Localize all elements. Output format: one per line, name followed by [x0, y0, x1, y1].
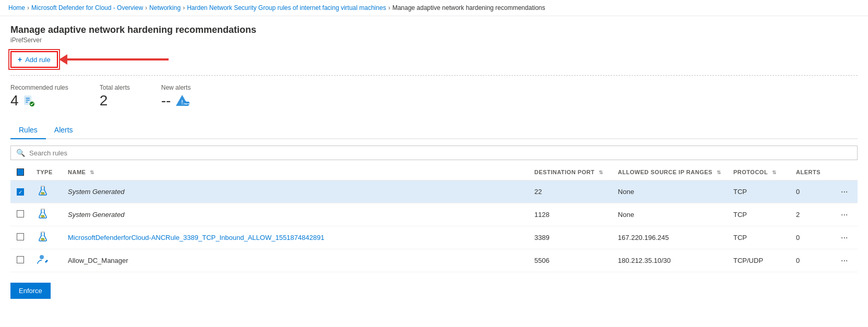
table-row: ✓ System Generated22NoneTCP0···: [10, 180, 858, 203]
more-actions-button[interactable]: ···: [838, 209, 851, 221]
source-ip-cell: None: [612, 180, 727, 203]
row-checkbox[interactable]: [17, 210, 24, 217]
col-header-source-ip[interactable]: ALLOWED SOURCE IP RANGES ⇅: [612, 164, 727, 180]
col-header-actions: [831, 164, 858, 180]
col-header-alerts: ALERTS: [790, 164, 831, 180]
col-header-type: TYPE: [30, 164, 62, 180]
svg-rect-10: [41, 186, 45, 187]
search-icon: 🔍: [16, 149, 25, 157]
name-sort-icon: ⇅: [90, 169, 94, 175]
type-cell: [30, 203, 62, 226]
svg-point-18: [43, 215, 44, 216]
breadcrumb-current: Manage adaptive network hardening recomm…: [393, 4, 545, 11]
alerts-cell: 0: [790, 249, 831, 272]
total-alerts-label: Total alerts: [100, 84, 130, 91]
row-checkbox[interactable]: [17, 256, 24, 263]
alerts-cell: 0: [790, 180, 831, 203]
col-header-dest-port[interactable]: DESTINATION PORT ⇅: [528, 164, 612, 180]
table-row: System Generated1128NoneTCP2···: [10, 203, 858, 226]
col-header-check: [10, 164, 30, 180]
name-cell: Allow_DC_Manager: [62, 249, 528, 272]
stats-row: Recommended rules 4 Total alerts 2: [10, 84, 858, 109]
new-alerts-value: --: [161, 92, 171, 109]
tab-rules[interactable]: Rules: [10, 122, 46, 139]
tab-alerts[interactable]: Alerts: [46, 122, 81, 139]
new-alerts-label: New alerts: [161, 84, 191, 91]
svg-point-14: [42, 193, 43, 195]
rule-name-link[interactable]: MicrosoftDefenderforCloud-ANCRule_3389_T…: [68, 234, 324, 241]
more-actions-button[interactable]: ···: [838, 186, 851, 198]
protocol-cell: TCP: [727, 226, 790, 249]
source-ip-cell: 167.220.196.245: [612, 226, 727, 249]
protocol-cell: TCP/UDP: [727, 249, 790, 272]
name-cell: System Generated: [62, 203, 528, 226]
breadcrumb: Home › Microsoft Defender for Cloud - Ov…: [0, 0, 868, 16]
protocol-cell: TCP: [727, 180, 790, 203]
name-cell[interactable]: MicrosoftDefenderforCloud-ANCRule_3389_T…: [62, 226, 528, 249]
page-title: Manage adaptive network hardening recomm…: [10, 25, 858, 35]
protocol-sort-icon: ⇅: [772, 169, 777, 175]
stat-total-alerts: Total alerts 2: [100, 84, 130, 109]
svg-text:!: !: [182, 100, 183, 105]
actions-cell[interactable]: ···: [831, 180, 858, 203]
arrow-indicator: [64, 58, 169, 60]
new-alerts-icon: ! NEW: [175, 93, 189, 108]
breadcrumb-defender[interactable]: Microsoft Defender for Cloud - Overview: [31, 4, 143, 11]
rules-icon: [23, 95, 34, 106]
dest-port-cell: 22: [528, 180, 612, 203]
col-header-name[interactable]: NAME ⇅: [62, 164, 528, 180]
breadcrumb-networking[interactable]: Networking: [149, 4, 181, 11]
svg-rect-20: [41, 232, 45, 233]
toolbar: + Add rule: [10, 51, 858, 76]
row-checkbox[interactable]: ✓: [17, 188, 24, 196]
flask-icon: [37, 185, 49, 197]
type-cell: [30, 226, 62, 249]
table-row: Allow_DC_Manager5506180.212.35.10/30TCP/…: [10, 249, 858, 272]
svg-rect-15: [41, 209, 45, 210]
stat-new-alerts: New alerts -- ! NEW: [161, 84, 191, 109]
svg-point-24: [42, 239, 43, 240]
total-alerts-value: 2: [100, 92, 108, 109]
dest-port-cell: 3389: [528, 226, 612, 249]
svg-point-22: [41, 238, 42, 239]
rule-name: System Generated: [68, 211, 124, 219]
alerts-cell: 2: [790, 203, 831, 226]
add-rule-label: Add rule: [25, 56, 50, 64]
page-subtitle: iPrefServer: [10, 37, 858, 44]
svg-point-25: [40, 255, 44, 259]
arrow-line: [64, 58, 169, 60]
search-input[interactable]: [29, 149, 852, 157]
svg-rect-9: [18, 169, 23, 175]
table-container: TYPE NAME ⇅ DESTINATION PORT ⇅ ALLOWED S…: [10, 164, 858, 272]
stat-recommended-rules: Recommended rules 4: [10, 84, 68, 109]
recommended-rules-value: 4: [10, 92, 19, 109]
row-checkbox[interactable]: [17, 233, 24, 240]
search-bar: 🔍: [10, 146, 858, 160]
flask-icon: [37, 231, 49, 243]
rule-name: Allow_DC_Manager: [68, 257, 128, 264]
recommended-rules-label: Recommended rules: [10, 84, 68, 91]
actions-cell[interactable]: ···: [831, 226, 858, 249]
breadcrumb-harden[interactable]: Harden Network Security Group rules of i…: [187, 4, 386, 11]
plus-icon: +: [18, 55, 22, 64]
col-header-protocol[interactable]: PROTOCOL ⇅: [727, 164, 790, 180]
actions-cell[interactable]: ···: [831, 249, 858, 272]
svg-point-23: [43, 238, 44, 239]
name-cell: System Generated: [62, 180, 528, 203]
protocol-cell: TCP: [727, 203, 790, 226]
person-edit-icon: [37, 253, 49, 266]
svg-text:NEW: NEW: [184, 102, 190, 105]
more-actions-button[interactable]: ···: [838, 255, 851, 267]
enforce-button[interactable]: Enforce: [10, 283, 51, 299]
select-all-checkbox[interactable]: [17, 168, 24, 176]
add-rule-button[interactable]: + Add rule: [10, 51, 58, 68]
rules-table: TYPE NAME ⇅ DESTINATION PORT ⇅ ALLOWED S…: [10, 164, 858, 272]
dest-port-cell: 1128: [528, 203, 612, 226]
type-cell: [30, 180, 62, 203]
actions-cell[interactable]: ···: [831, 203, 858, 226]
source-sort-icon: ⇅: [717, 169, 721, 175]
more-actions-button[interactable]: ···: [838, 232, 851, 244]
tabs-row: Rules Alerts: [10, 122, 858, 139]
svg-point-13: [43, 192, 44, 193]
breadcrumb-home[interactable]: Home: [8, 4, 25, 11]
